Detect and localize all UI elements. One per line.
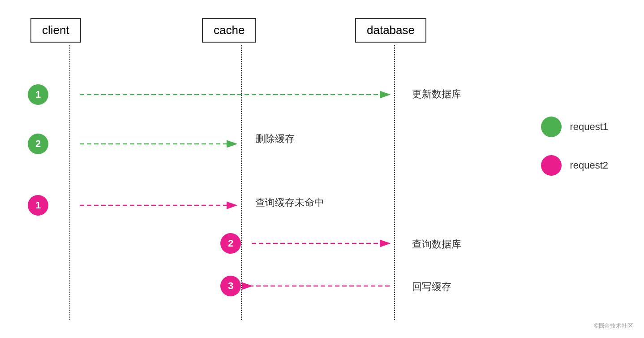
legend-item-request2: request2 — [541, 155, 608, 176]
step-r2-1: 1 — [28, 195, 48, 216]
step-r2-2: 2 — [220, 233, 241, 254]
watermark: ©掘金技术社区 — [594, 322, 633, 330]
actor-client: client — [30, 18, 81, 43]
legend-item-request1: request1 — [541, 117, 608, 137]
actor-cache: cache — [202, 18, 256, 43]
step-r1-2: 2 — [28, 134, 48, 154]
lifeline-database — [394, 45, 395, 320]
label-delete-cache: 删除缓存 — [255, 132, 295, 146]
lifeline-client — [69, 45, 70, 320]
label-writeback: 回写缓存 — [412, 280, 451, 294]
label-cache-miss: 查询缓存未命中 — [255, 196, 324, 209]
legend-circle-green — [541, 117, 562, 137]
legend-label-request1: request1 — [570, 121, 608, 133]
label-update-db: 更新数据库 — [412, 87, 461, 101]
diagram: client cache database — [0, 0, 644, 338]
legend-circle-pink — [541, 155, 562, 176]
legend: request1 request2 — [541, 117, 608, 194]
actor-database: database — [355, 18, 426, 43]
legend-label-request2: request2 — [570, 160, 608, 171]
step-r2-3: 3 — [220, 276, 241, 296]
lifeline-cache — [241, 45, 242, 320]
label-query-db: 查询数据库 — [412, 238, 461, 251]
step-r1-1: 1 — [28, 84, 48, 105]
